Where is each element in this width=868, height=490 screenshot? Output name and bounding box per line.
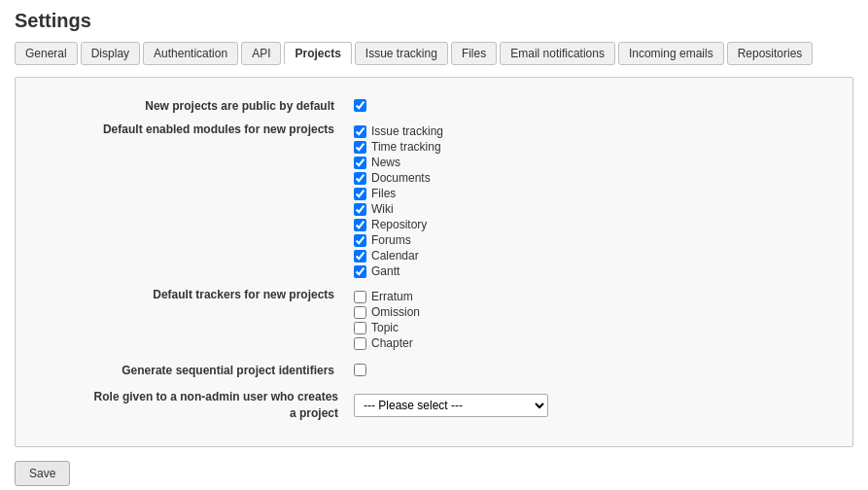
tracker-checkbox-erratum[interactable]	[354, 291, 366, 303]
module-checkbox-documents[interactable]	[354, 172, 366, 185]
module-row-time_tracking: Time tracking	[354, 140, 825, 154]
default-trackers-value: ErratumOmissionTopicChapter	[346, 285, 833, 357]
row-default-modules: Default enabled modules for new projects…	[35, 120, 833, 285]
tab-general[interactable]: General	[15, 42, 78, 65]
default-modules-value: Issue trackingTime trackingNewsDocuments…	[346, 120, 833, 285]
module-checkbox-time_tracking[interactable]	[354, 141, 366, 154]
tab-api[interactable]: API	[241, 42, 281, 65]
page-title: Settings	[15, 10, 853, 32]
module-checkbox-calendar[interactable]	[354, 250, 366, 262]
row-role: Role given to a non-admin user who creat…	[35, 384, 833, 427]
module-checkbox-files[interactable]	[354, 188, 366, 200]
tracker-checkbox-omission[interactable]	[354, 306, 366, 319]
tracker-label-topic[interactable]: Topic	[371, 321, 399, 334]
module-row-issue_tracking: Issue tracking	[354, 124, 825, 138]
tracker-label-chapter[interactable]: Chapter	[371, 336, 413, 350]
tab-issue-tracking[interactable]: Issue tracking	[355, 42, 448, 65]
default-trackers-label: Default trackers for new projects	[35, 285, 346, 357]
module-label-wiki[interactable]: Wiki	[371, 202, 394, 216]
row-sequential-ids: Generate sequential project identifiers	[35, 357, 833, 384]
tab-files[interactable]: Files	[451, 42, 497, 65]
tracker-checkbox-chapter[interactable]	[354, 337, 366, 350]
new-projects-public-label: New projects are public by default	[35, 92, 346, 120]
module-checkbox-gantt[interactable]	[354, 265, 366, 278]
sequential-ids-value	[346, 357, 833, 384]
module-label-repository[interactable]: Repository	[371, 218, 427, 231]
new-projects-public-checkbox[interactable]	[354, 99, 366, 112]
module-row-repository: Repository	[354, 218, 825, 231]
tab-authentication[interactable]: Authentication	[143, 42, 238, 65]
module-row-calendar: Calendar	[354, 249, 825, 262]
tab-display[interactable]: Display	[81, 42, 140, 65]
module-checkbox-repository[interactable]	[354, 219, 366, 231]
module-row-files: Files	[354, 187, 825, 200]
default-modules-label: Default enabled modules for new projects	[35, 120, 346, 285]
tracker-row-topic: Topic	[354, 321, 825, 334]
sequential-ids-label: Generate sequential project identifiers	[35, 357, 346, 384]
module-row-wiki: Wiki	[354, 202, 825, 216]
module-row-forums: Forums	[354, 233, 825, 247]
save-section: Save	[15, 461, 853, 486]
tab-repositories[interactable]: Repositories	[727, 42, 814, 65]
tracker-label-omission[interactable]: Omission	[371, 305, 420, 319]
row-new-projects-public: New projects are public by default	[35, 92, 833, 120]
module-label-issue_tracking[interactable]: Issue tracking	[371, 124, 443, 138]
module-row-gantt: Gantt	[354, 264, 825, 278]
role-value: --- Please select ---	[346, 384, 833, 427]
tab-projects[interactable]: Projects	[284, 42, 351, 65]
module-checkbox-forums[interactable]	[354, 234, 366, 247]
tracker-row-omission: Omission	[354, 305, 825, 319]
tracker-row-chapter: Chapter	[354, 336, 825, 350]
module-checkbox-news[interactable]	[354, 157, 366, 169]
module-label-gantt[interactable]: Gantt	[371, 264, 399, 278]
tracker-checkbox-topic[interactable]	[354, 322, 366, 334]
module-label-documents[interactable]: Documents	[371, 171, 431, 185]
role-select[interactable]: --- Please select ---	[354, 394, 548, 417]
module-label-time_tracking[interactable]: Time tracking	[371, 140, 441, 154]
sequential-ids-checkbox[interactable]	[354, 364, 366, 376]
content-area: New projects are public by default Defau…	[15, 77, 853, 447]
tab-incoming-emails[interactable]: Incoming emails	[618, 42, 724, 65]
settings-form: New projects are public by default Defau…	[35, 92, 833, 427]
module-checkbox-wiki[interactable]	[354, 203, 366, 216]
page-wrapper: Settings GeneralDisplayAuthenticationAPI…	[0, 0, 868, 490]
module-row-documents: Documents	[354, 171, 825, 185]
module-label-files[interactable]: Files	[371, 187, 396, 200]
module-row-news: News	[354, 156, 825, 169]
module-checkbox-issue_tracking[interactable]	[354, 125, 366, 138]
role-label: Role given to a non-admin user who creat…	[35, 384, 346, 427]
tabs-bar: GeneralDisplayAuthenticationAPIProjectsI…	[15, 42, 853, 65]
tab-email-notifications[interactable]: Email notifications	[500, 42, 615, 65]
module-label-forums[interactable]: Forums	[371, 233, 411, 247]
row-default-trackers: Default trackers for new projects Erratu…	[35, 285, 833, 357]
tracker-row-erratum: Erratum	[354, 290, 825, 303]
tracker-label-erratum[interactable]: Erratum	[371, 290, 413, 303]
module-label-news[interactable]: News	[371, 156, 400, 169]
new-projects-public-value	[346, 92, 833, 120]
save-button[interactable]: Save	[15, 461, 70, 486]
module-label-calendar[interactable]: Calendar	[371, 249, 419, 262]
